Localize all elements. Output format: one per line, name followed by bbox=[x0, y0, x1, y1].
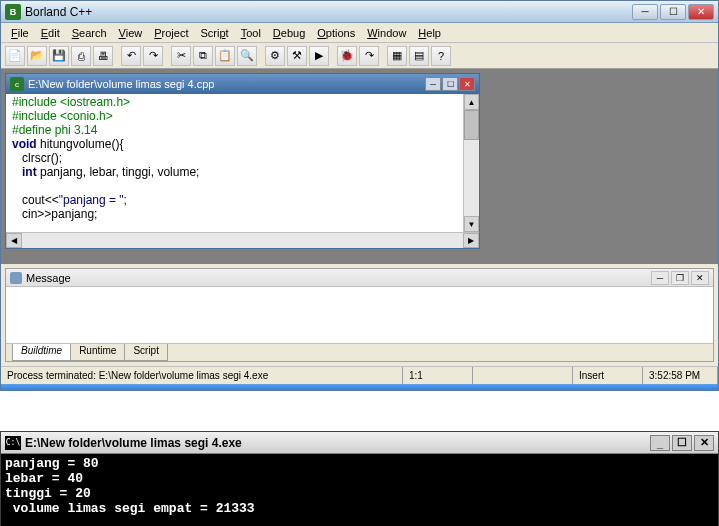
app-title: Borland C++ bbox=[25, 5, 632, 19]
message-icon bbox=[10, 272, 22, 284]
console-title: E:\New folder\volume limas segi 4.exe bbox=[25, 436, 650, 450]
tb-cut-icon[interactable]: ✂ bbox=[171, 46, 191, 66]
tab-buildtime[interactable]: Buildtime bbox=[12, 344, 71, 361]
message-title-bar: Message ─ ❐ ✕ bbox=[6, 269, 713, 287]
editor-file-icon: c bbox=[10, 77, 24, 91]
editor-body: #include <iostream.h> #include <conio.h>… bbox=[6, 94, 479, 232]
editor-window: c E:\New folder\volume limas segi 4.cpp … bbox=[5, 73, 480, 249]
tb-build-icon[interactable]: ⚒ bbox=[287, 46, 307, 66]
message-title: Message bbox=[26, 272, 651, 284]
menu-file[interactable]: File bbox=[5, 25, 35, 41]
editor-hscrollbar[interactable]: ◀ ▶ bbox=[6, 232, 479, 248]
editor-file-title: E:\New folder\volume limas segi 4.cpp bbox=[28, 78, 425, 90]
tb-save-icon[interactable]: 💾 bbox=[49, 46, 69, 66]
minimize-button[interactable]: ─ bbox=[632, 4, 658, 20]
tb-window1-icon[interactable]: ▦ bbox=[387, 46, 407, 66]
tb-compile-icon[interactable]: ⚙ bbox=[265, 46, 285, 66]
editor-maximize-button[interactable]: ☐ bbox=[442, 77, 458, 91]
tb-debug-icon[interactable]: 🐞 bbox=[337, 46, 357, 66]
menu-project[interactable]: Project bbox=[148, 25, 194, 41]
status-message: Process terminated: E:\New folder\volume… bbox=[1, 367, 403, 384]
editor-vscrollbar[interactable]: ▲ ▼ bbox=[463, 94, 479, 232]
tb-stepover-icon[interactable]: ↷ bbox=[359, 46, 379, 66]
tab-script[interactable]: Script bbox=[124, 344, 168, 361]
menu-help[interactable]: Help bbox=[412, 25, 447, 41]
tb-saveall-icon[interactable]: ⎙ bbox=[71, 46, 91, 66]
tb-help-icon[interactable]: ? bbox=[431, 46, 451, 66]
status-position: 1:1 bbox=[403, 367, 473, 384]
tb-window2-icon[interactable]: ▤ bbox=[409, 46, 429, 66]
maximize-button[interactable]: ☐ bbox=[660, 4, 686, 20]
message-body[interactable] bbox=[6, 287, 713, 343]
code-editor[interactable]: #include <iostream.h> #include <conio.h>… bbox=[6, 94, 463, 232]
editor-minimize-button[interactable]: ─ bbox=[425, 77, 441, 91]
scroll-down-icon[interactable]: ▼ bbox=[464, 216, 479, 232]
tb-find-icon[interactable]: 🔍 bbox=[237, 46, 257, 66]
status-time: 3:52:58 PM bbox=[643, 367, 718, 384]
toolbar: 📄 📂 💾 ⎙ 🖶 ↶ ↷ ✂ ⧉ 📋 🔍 ⚙ ⚒ ▶ 🐞 ↷ ▦ ▤ ? bbox=[1, 43, 718, 69]
borland-ide-window: B Borland C++ ─ ☐ ✕ File Edit Search Vie… bbox=[0, 0, 719, 391]
scroll-right-icon[interactable]: ▶ bbox=[463, 233, 479, 248]
menu-tool[interactable]: Tool bbox=[235, 25, 267, 41]
menu-bar: File Edit Search View Project Script Too… bbox=[1, 23, 718, 43]
editor-title-bar: c E:\New folder\volume limas segi 4.cpp … bbox=[6, 74, 479, 94]
tb-redo-icon[interactable]: ↷ bbox=[143, 46, 163, 66]
tb-new-icon[interactable]: 📄 bbox=[5, 46, 25, 66]
menu-window[interactable]: Window bbox=[361, 25, 412, 41]
close-button[interactable]: ✕ bbox=[688, 4, 714, 20]
console-output[interactable]: panjang = 80 lebar = 40 tinggi = 20 volu… bbox=[1, 454, 718, 526]
tb-open-icon[interactable]: 📂 bbox=[27, 46, 47, 66]
tb-run-icon[interactable]: ▶ bbox=[309, 46, 329, 66]
app-icon: B bbox=[5, 4, 21, 20]
title-bar: B Borland C++ ─ ☐ ✕ bbox=[1, 1, 718, 23]
tb-print-icon[interactable]: 🖶 bbox=[93, 46, 113, 66]
console-icon: C:\ bbox=[5, 436, 21, 450]
console-title-bar: C:\ E:\New folder\volume limas segi 4.ex… bbox=[1, 432, 718, 454]
scroll-left-icon[interactable]: ◀ bbox=[6, 233, 22, 248]
status-bar: Process terminated: E:\New folder\volume… bbox=[1, 366, 718, 384]
menu-debug[interactable]: Debug bbox=[267, 25, 311, 41]
message-minimize-button[interactable]: ─ bbox=[651, 271, 669, 285]
editor-close-button[interactable]: ✕ bbox=[459, 77, 475, 91]
message-restore-button[interactable]: ❐ bbox=[671, 271, 689, 285]
status-blank bbox=[473, 367, 573, 384]
console-minimize-button[interactable]: _ bbox=[650, 435, 670, 451]
bottom-divider bbox=[1, 384, 718, 390]
console-maximize-button[interactable]: ☐ bbox=[672, 435, 692, 451]
message-panel: Message ─ ❐ ✕ Buildtime Runtime Script bbox=[5, 268, 714, 362]
console-close-button[interactable]: ✕ bbox=[694, 435, 714, 451]
editor-area: c E:\New folder\volume limas segi 4.cpp … bbox=[1, 69, 718, 264]
console-window: C:\ E:\New folder\volume limas segi 4.ex… bbox=[0, 431, 719, 526]
scroll-up-icon[interactable]: ▲ bbox=[464, 94, 479, 110]
tb-paste-icon[interactable]: 📋 bbox=[215, 46, 235, 66]
menu-script[interactable]: Script bbox=[195, 25, 235, 41]
menu-view[interactable]: View bbox=[113, 25, 149, 41]
message-close-button[interactable]: ✕ bbox=[691, 271, 709, 285]
window-controls: ─ ☐ ✕ bbox=[632, 4, 714, 20]
menu-options[interactable]: Options bbox=[311, 25, 361, 41]
scroll-thumb[interactable] bbox=[464, 110, 479, 140]
status-mode: Insert bbox=[573, 367, 643, 384]
tab-runtime[interactable]: Runtime bbox=[70, 344, 125, 361]
menu-edit[interactable]: Edit bbox=[35, 25, 66, 41]
message-tabs: Buildtime Runtime Script bbox=[6, 343, 713, 361]
menu-search[interactable]: Search bbox=[66, 25, 113, 41]
tb-copy-icon[interactable]: ⧉ bbox=[193, 46, 213, 66]
tb-undo-icon[interactable]: ↶ bbox=[121, 46, 141, 66]
